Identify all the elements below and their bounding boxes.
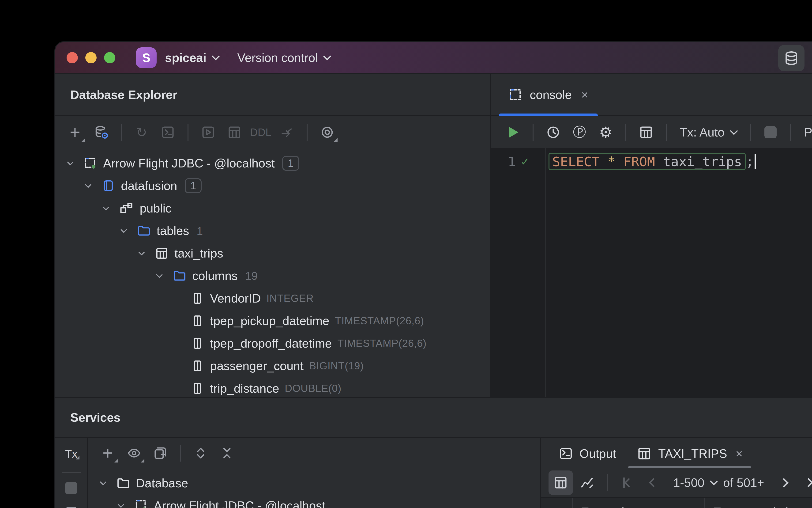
jump-to-console-button[interactable] (155, 120, 180, 144)
page-range-select[interactable]: 1-500of 501+ (668, 476, 770, 490)
chevron-down-icon[interactable] (152, 270, 167, 282)
table-icon (155, 246, 169, 260)
tree-item-label: trip_distance (210, 381, 279, 395)
project-avatar[interactable]: S (136, 47, 156, 68)
minimize-window-button[interactable] (85, 52, 97, 63)
db-tree-item-tpep-pickup-datetime[interactable]: tpep_pickup_datetimeTIMESTAMP(26,6) (55, 309, 490, 332)
first-page-button[interactable] (615, 472, 639, 493)
go-to-ddl-button[interactable] (275, 120, 299, 144)
history-button[interactable] (541, 120, 566, 144)
show-options-button[interactable] (122, 441, 146, 465)
database-icon (783, 50, 799, 66)
layout-strip-icon[interactable] (64, 505, 78, 508)
count-badge: 1 (185, 178, 201, 193)
db-tree-item-tpep-dropoff-datetime[interactable]: tpep_dropoff_datetimeTIMESTAMP(26,6) (55, 332, 490, 354)
statement-highlight: SELECT * FROM taxi_trips (548, 153, 746, 170)
grid-view-button[interactable] (548, 470, 573, 495)
db-tree-item-vendorid[interactable]: VendorIDINTEGER (55, 287, 490, 309)
close-tab-icon[interactable]: × (735, 447, 742, 461)
playground-select[interactable]: Playground (799, 125, 812, 139)
services-tree-item-arrow-flight-jdbc-localhost[interactable]: Arrow Flight JDBC - @localhost (88, 495, 540, 508)
chevron-down-icon[interactable] (96, 477, 110, 489)
console-settings-button[interactable]: ⚙ (593, 120, 618, 144)
db-tree-item-taxi-trips[interactable]: taxi_trips (55, 242, 490, 264)
column-header-vendorid[interactable]: VendorID↕ (573, 498, 705, 508)
db-tree-item-trip-distance[interactable]: trip_distanceDOUBLE(0) (55, 377, 490, 397)
db-tree-item-tables[interactable]: tables1 (55, 219, 490, 242)
run-query-button[interactable] (501, 120, 525, 144)
database-explorer-toolbar: + ↻ DDL (55, 116, 490, 148)
divider (533, 124, 534, 141)
column-icon (712, 507, 723, 508)
last-page-button[interactable] (798, 472, 812, 493)
version-control-menu[interactable]: Version control (237, 51, 330, 65)
sort-icon[interactable]: ↕ (689, 506, 697, 508)
services-title: Services (55, 398, 812, 438)
tx-strip-button[interactable]: Tx (61, 446, 81, 462)
chart-view-button[interactable] (575, 470, 599, 495)
terminal-icon (559, 447, 573, 461)
open-table-button[interactable] (222, 120, 246, 144)
open-in-table-button[interactable] (634, 120, 658, 144)
services-tree-item-database[interactable]: Database (88, 472, 540, 495)
services-toolbar: + (88, 438, 540, 468)
services-tree-panel: + DatabaseArrow Flight JDBC - @localhost… (88, 438, 540, 508)
add-icon: + (69, 125, 81, 140)
chevron-down-icon[interactable] (98, 202, 114, 214)
chevron-down-icon[interactable] (116, 225, 131, 237)
previous-page-button[interactable] (641, 472, 666, 493)
db-tree-item-columns[interactable]: columns19 (55, 264, 490, 287)
refresh-icon: ↻ (136, 125, 147, 140)
divider (62, 472, 81, 473)
database-explorer-title: Database Explorer (55, 74, 490, 116)
database-icon (101, 179, 115, 193)
tab-taxi-trips[interactable]: TAXI_TRIPS× (628, 439, 751, 468)
explain-plan-button[interactable]: Ⓟ (567, 120, 592, 144)
column-type-label: TIMESTAMP(26,6) (337, 338, 426, 349)
db-tree-item-datafusion[interactable]: datafusion1 (55, 174, 490, 197)
chevron-down-icon[interactable] (81, 180, 96, 192)
divider (121, 124, 122, 141)
folder-plain-icon (116, 476, 130, 490)
column-header-tpep_pickup_datetime[interactable]: tpep_pickup_datetime↕ (705, 498, 812, 508)
db-tree-item-arrow-flight-jdbc-localhost[interactable]: Arrow Flight JDBC - @localhost1 (55, 152, 490, 174)
close-window-button[interactable] (66, 52, 78, 63)
chevron-down-icon[interactable] (134, 247, 149, 259)
run-button[interactable] (196, 120, 220, 144)
stop-button[interactable] (758, 120, 783, 144)
database-tool-button[interactable] (778, 45, 805, 71)
collapse-all-button[interactable] (215, 441, 239, 465)
close-tab-icon[interactable]: × (581, 88, 588, 102)
tab-console[interactable]: console × (499, 74, 598, 115)
sql-editor[interactable]: 1✓ SELECT * FROM taxi_trips; ✓ (491, 148, 812, 397)
add-button[interactable]: + (63, 120, 87, 144)
datasource-icon (84, 156, 97, 170)
tree-item-label: passenger_count (210, 359, 304, 373)
expand-all-button[interactable] (188, 441, 213, 465)
sql-statement[interactable]: SELECT * FROM taxi_trips; (548, 151, 756, 172)
tab-output[interactable]: Output (550, 439, 625, 468)
collapse-all-icon (219, 446, 234, 461)
tx-mode-select[interactable]: Tx: Auto (674, 125, 742, 139)
filter-icon[interactable] (659, 507, 669, 508)
project-menu[interactable]: spiceai (165, 51, 219, 65)
refresh-button[interactable]: ↻ (129, 120, 154, 144)
table-icon (637, 446, 652, 461)
run-icon (506, 125, 520, 139)
add-service-button[interactable]: + (96, 441, 120, 465)
chevron-down-icon[interactable] (63, 157, 78, 169)
services-tree: DatabaseArrow Flight JDBC - @localhostco… (88, 468, 540, 508)
next-page-button[interactable] (772, 472, 796, 493)
zoom-window-button[interactable] (104, 52, 115, 63)
chevron-down-icon (710, 477, 718, 485)
stop-strip-icon[interactable] (65, 482, 77, 494)
copy-session-button[interactable] (148, 441, 173, 465)
data-source-properties-button[interactable] (89, 120, 114, 144)
ddl-button[interactable]: DDL (249, 120, 273, 144)
go-to-ddl-icon (279, 125, 295, 140)
db-tree-item-public[interactable]: public (55, 197, 490, 219)
tree-item-label: taxi_trips (174, 246, 223, 260)
chevron-down-icon[interactable] (114, 500, 129, 508)
scope-button[interactable] (315, 120, 340, 144)
db-tree-item-passenger-count[interactable]: passenger_countBIGINT(19) (55, 354, 490, 377)
